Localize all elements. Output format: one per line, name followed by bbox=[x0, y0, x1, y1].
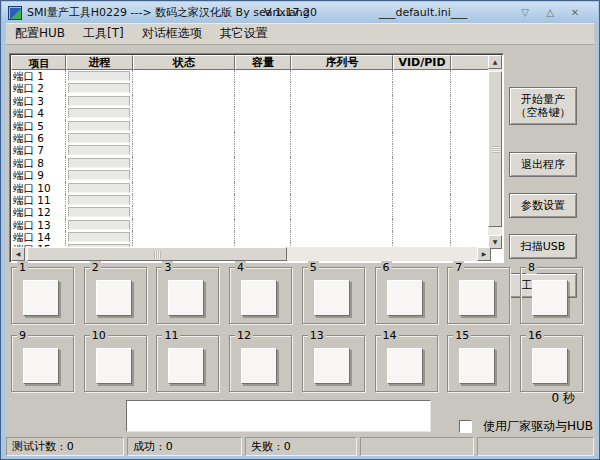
column-header-status[interactable]: 状态 bbox=[133, 55, 235, 70]
menu-tools[interactable]: 工具[T] bbox=[74, 23, 133, 44]
progress-bar bbox=[68, 71, 130, 81]
slot-label: 2 bbox=[90, 261, 101, 274]
slot-box: 13 bbox=[302, 335, 365, 392]
version-label: V 1.17.20 bbox=[264, 6, 317, 19]
progress-bar bbox=[68, 232, 130, 242]
table-row[interactable]: 端口 10 bbox=[11, 182, 491, 194]
menu-bar: 配置HUB 工具[T] 对话框选项 其它设置 bbox=[6, 23, 594, 45]
vendor-driver-checkbox[interactable] bbox=[459, 420, 472, 433]
slot-label: 5 bbox=[308, 261, 319, 274]
status-success-count: 成功 : 0 bbox=[127, 437, 242, 456]
table-row[interactable]: 端口 6 bbox=[11, 132, 491, 144]
slot-box: 2 bbox=[84, 267, 147, 324]
parameter-settings-button[interactable]: 参数设置 bbox=[509, 193, 577, 218]
table-row[interactable]: 端口 4 bbox=[11, 107, 491, 119]
slot-label: 16 bbox=[526, 329, 544, 342]
table-row[interactable]: 端口 7 bbox=[11, 144, 491, 156]
slot-indicator bbox=[459, 280, 495, 316]
column-header-serial[interactable]: 序列号 bbox=[291, 55, 393, 70]
table-row[interactable]: 端口 1 bbox=[11, 70, 491, 82]
vendor-driver-checkbox-row: 使用厂家驱动与HUB bbox=[459, 418, 593, 435]
column-header-progress[interactable]: 进程 bbox=[66, 55, 133, 70]
slot-box: 9 bbox=[11, 335, 74, 392]
scroll-left-icon[interactable]: ◀ bbox=[11, 247, 25, 261]
slot-box: 6 bbox=[375, 267, 438, 324]
menu-other-settings[interactable]: 其它设置 bbox=[211, 23, 277, 44]
scan-usb-button[interactable]: 扫描USB bbox=[509, 234, 577, 259]
progress-bar bbox=[68, 207, 130, 217]
menu-config-hub[interactable]: 配置HUB bbox=[6, 23, 74, 44]
slot-box: 10 bbox=[84, 335, 147, 392]
scroll-right-icon[interactable]: ▶ bbox=[477, 247, 491, 261]
progress-bar bbox=[68, 96, 130, 106]
vertical-scrollbar[interactable]: ▲ ▼ bbox=[488, 55, 502, 249]
menu-dialog-options[interactable]: 对话框选项 bbox=[133, 23, 211, 44]
maximize-icon[interactable]: △ bbox=[543, 6, 557, 20]
status-empty-cell bbox=[360, 437, 474, 456]
table-row[interactable]: 端口 8 bbox=[11, 157, 491, 169]
slot-label: 4 bbox=[235, 261, 246, 274]
start-production-button[interactable]: 开始量产（空格键） bbox=[509, 87, 577, 125]
status-bar: 测试计数 : 0 成功 : 0 失败 : 0 bbox=[6, 437, 594, 456]
log-textbox[interactable] bbox=[126, 400, 431, 432]
slot-label: 7 bbox=[453, 261, 464, 274]
slot-label: 1 bbox=[17, 261, 28, 274]
slot-label: 6 bbox=[381, 261, 392, 274]
column-header-extra[interactable] bbox=[451, 55, 491, 70]
table-row[interactable]: 端口 13 bbox=[11, 219, 491, 231]
table-row[interactable]: 端口 5 bbox=[11, 120, 491, 132]
app-icon bbox=[8, 6, 22, 20]
progress-bar bbox=[68, 170, 130, 180]
title-bar[interactable]: SMI量产工具H0229 ---> 数码之家汉化版 By seanxiang V… bbox=[2, 2, 598, 23]
slot-indicator bbox=[459, 348, 495, 384]
slot-indicator bbox=[96, 280, 132, 316]
table-row[interactable]: 端口 12 bbox=[11, 206, 491, 218]
table-header: 项目 进程 状态 容量 序列号 VID/PID bbox=[11, 55, 491, 70]
slot-indicator bbox=[168, 280, 204, 316]
table-row[interactable]: 端口 9 bbox=[11, 169, 491, 181]
horizontal-scrollbar[interactable]: ◀ ▶ bbox=[11, 247, 491, 261]
slot-label: 15 bbox=[453, 329, 471, 342]
progress-bar bbox=[68, 220, 130, 230]
vertical-scroll-thumb[interactable] bbox=[488, 71, 502, 227]
column-header-capacity[interactable]: 容量 bbox=[235, 55, 291, 70]
slot-label: 10 bbox=[90, 329, 108, 342]
horizontal-scroll-thumb[interactable] bbox=[27, 247, 287, 261]
close-icon[interactable]: ✕ bbox=[568, 6, 582, 20]
slot-box: 7 bbox=[447, 267, 510, 324]
window-controls: ▽ △ ✕ bbox=[518, 2, 582, 23]
slot-box: 12 bbox=[229, 335, 292, 392]
table-row[interactable]: 端口 11 bbox=[11, 194, 491, 206]
slot-indicator bbox=[387, 280, 423, 316]
scroll-up-icon[interactable]: ▲ bbox=[488, 55, 502, 69]
column-header-item[interactable]: 项目 bbox=[11, 55, 66, 70]
exit-program-button[interactable]: 退出程序 bbox=[509, 152, 577, 177]
table-row[interactable]: 端口 14 bbox=[11, 231, 491, 243]
minimize-icon[interactable]: ▽ bbox=[518, 6, 532, 20]
slot-indicator bbox=[96, 348, 132, 384]
slot-box: 3 bbox=[156, 267, 219, 324]
table-row[interactable]: 端口 2 bbox=[11, 82, 491, 94]
vendor-driver-checkbox-label: 使用厂家驱动与HUB bbox=[483, 418, 593, 435]
slot-label: 13 bbox=[308, 329, 326, 342]
slot-indicator bbox=[23, 348, 59, 384]
slot-indicator bbox=[387, 348, 423, 384]
table-row[interactable]: 端口 3 bbox=[11, 95, 491, 107]
slot-label: 11 bbox=[162, 329, 180, 342]
slot-label: 3 bbox=[162, 261, 173, 274]
slot-indicator bbox=[168, 348, 204, 384]
progress-bar bbox=[68, 108, 130, 118]
slot-box: 15 bbox=[447, 335, 510, 392]
slot-indicator bbox=[241, 348, 277, 384]
progress-bar bbox=[68, 83, 130, 93]
slot-box: 14 bbox=[375, 335, 438, 392]
status-fail-count: 失败 : 0 bbox=[245, 437, 357, 456]
slot-indicator bbox=[314, 348, 350, 384]
slot-label: 9 bbox=[17, 329, 28, 342]
slot-box: 1 bbox=[11, 267, 74, 324]
slot-label: 12 bbox=[235, 329, 253, 342]
slot-box: 5 bbox=[302, 267, 365, 324]
progress-bar bbox=[68, 158, 130, 168]
elapsed-time-label: 0 秒 bbox=[552, 390, 575, 407]
column-header-vidpid[interactable]: VID/PID bbox=[393, 55, 451, 70]
